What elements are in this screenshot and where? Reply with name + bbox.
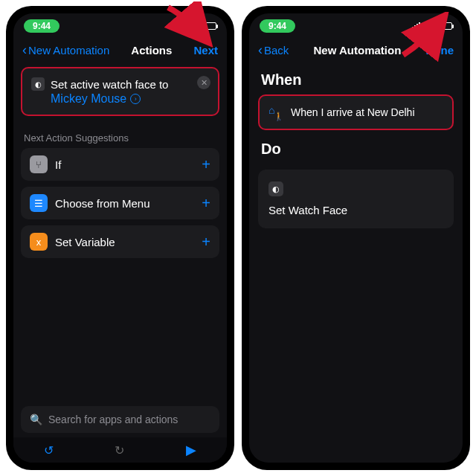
- if-icon: ⑂: [30, 155, 48, 173]
- search-input[interactable]: 🔍 Search for apps and actions: [21, 406, 219, 433]
- status-bar: 9:44 4G: [13, 13, 227, 39]
- list-item-label: Choose from Menu: [55, 197, 150, 210]
- suggestions-header: Next Action Suggestions: [24, 132, 216, 144]
- menu-icon: ☰: [30, 194, 48, 212]
- back-label: New Automation: [28, 44, 109, 57]
- next-button[interactable]: Next: [193, 44, 218, 57]
- status-time[interactable]: 9:44: [260, 19, 295, 33]
- play-button[interactable]: ▶: [186, 442, 196, 458]
- add-icon: +: [202, 234, 210, 251]
- status-right: 4G: [176, 22, 216, 30]
- redo-button[interactable]: ↻: [115, 443, 124, 457]
- signal-icon: [412, 22, 420, 30]
- status-time[interactable]: 9:44: [24, 19, 60, 33]
- battery-icon: [437, 22, 452, 30]
- network-label: 4G: [423, 22, 434, 30]
- action-value-link[interactable]: Mickey Mouse ›: [51, 92, 209, 106]
- chevron-right-icon: ›: [130, 94, 141, 104]
- done-button[interactable]: Done: [425, 44, 454, 57]
- phone-left: 9:44 4G ‹ New Automation Actions Next ✕ …: [6, 6, 234, 470]
- phone-right: 9:44 4G ‹ Back New Automation Done When …: [242, 6, 470, 470]
- do-action-label: Set Watch Face: [268, 204, 443, 216]
- screen-left: 9:44 4G ‹ New Automation Actions Next ✕ …: [13, 13, 227, 463]
- search-placeholder: Search for apps and actions: [48, 414, 178, 425]
- nav-bar: ‹ New Automation Actions Next: [13, 39, 227, 61]
- back-label: Back: [264, 44, 289, 57]
- list-item-label: If: [55, 158, 61, 171]
- action-text: Set active watch face to: [51, 78, 168, 91]
- nav-title: New Automation: [314, 44, 402, 57]
- signal-icon: [176, 22, 184, 30]
- watchface-icon: ◐: [31, 77, 45, 91]
- battery-icon: [202, 22, 216, 30]
- when-text: When I arrive at New Delhi: [291, 106, 415, 118]
- suggestion-set-variable[interactable]: xSet Variable +: [21, 225, 219, 258]
- add-icon: +: [202, 156, 210, 173]
- suggestion-if[interactable]: ⑂If +: [21, 148, 219, 181]
- chevron-left-icon: ‹: [22, 43, 27, 57]
- back-button[interactable]: ‹ Back: [258, 43, 289, 57]
- do-action-card[interactable]: ◐ Set Watch Face: [258, 170, 454, 228]
- chevron-left-icon: ‹: [258, 43, 263, 57]
- network-label: 4G: [187, 22, 199, 30]
- when-header: When: [261, 71, 451, 89]
- variable-icon: x: [30, 233, 48, 251]
- back-button[interactable]: ‹ New Automation: [22, 43, 109, 57]
- screen-right: 9:44 4G ‹ Back New Automation Done When …: [249, 13, 463, 463]
- nav-title: Actions: [131, 44, 172, 57]
- arrive-location-icon: ⌂🚶: [268, 105, 283, 120]
- suggestions-list: ⑂If + ☰Choose from Menu + xSet Variable …: [21, 148, 219, 264]
- search-icon: 🔍: [30, 414, 42, 425]
- action-value: Mickey Mouse: [51, 92, 126, 106]
- nav-bar: ‹ Back New Automation Done: [249, 39, 463, 61]
- action-card[interactable]: ✕ ◐ Set active watch face to Mickey Mous…: [21, 67, 219, 116]
- toolbar: ↺ ↻ ▶: [13, 437, 227, 463]
- when-trigger[interactable]: ⌂🚶 When I arrive at New Delhi: [258, 94, 454, 130]
- do-header: Do: [261, 141, 451, 158]
- list-item-label: Set Variable: [55, 236, 115, 248]
- add-icon: +: [202, 195, 210, 212]
- clear-action-button[interactable]: ✕: [197, 76, 210, 89]
- status-bar: 9:44 4G: [249, 13, 463, 39]
- suggestion-choose-menu[interactable]: ☰Choose from Menu +: [21, 187, 219, 219]
- undo-button[interactable]: ↺: [44, 443, 54, 457]
- watchface-icon: ◐: [268, 181, 283, 196]
- status-right: 4G: [412, 22, 452, 30]
